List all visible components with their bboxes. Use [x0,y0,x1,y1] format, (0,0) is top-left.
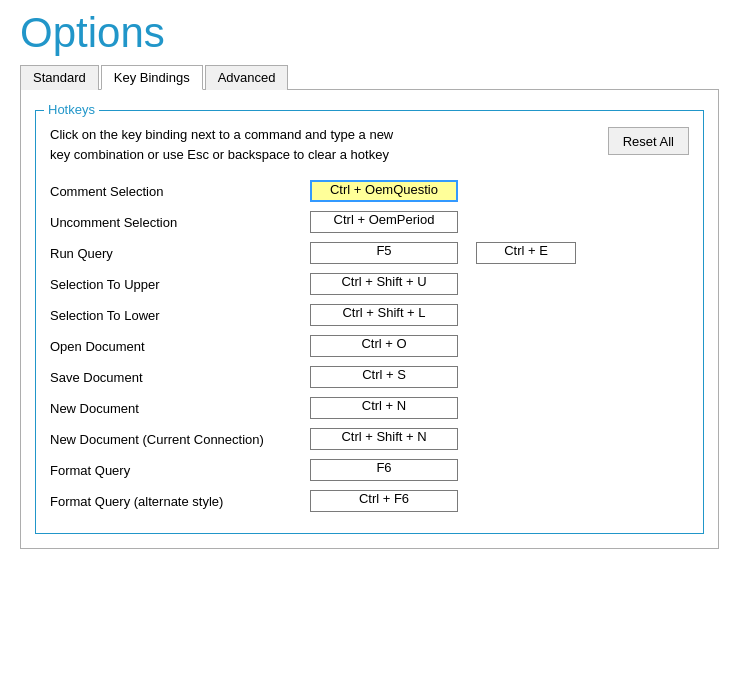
key-cell-open-document: Ctrl + O [310,335,470,357]
command-label-save-document: Save Document [50,370,310,385]
keybinding-row-save-document: Save DocumentCtrl + S [50,364,689,390]
keybinding-row-run-query: Run QueryF5Ctrl + E [50,240,689,266]
keybinding-list: Comment SelectionCtrl + OemQuestioUncomm… [50,178,689,514]
key-input-new-document[interactable]: Ctrl + N [310,397,458,419]
key-cell-selection-to-lower: Ctrl + Shift + L [310,304,470,326]
key-input-open-document[interactable]: Ctrl + O [310,335,458,357]
keybinding-row-new-document: New DocumentCtrl + N [50,395,689,421]
keybinding-row-new-document-current: New Document (Current Connection)Ctrl + … [50,426,689,452]
command-label-comment-selection: Comment Selection [50,184,310,199]
keybinding-row-format-query: Format QueryF6 [50,457,689,483]
keybinding-row-selection-to-upper: Selection To UpperCtrl + Shift + U [50,271,689,297]
command-label-new-document-current: New Document (Current Connection) [50,432,310,447]
command-label-uncomment-selection: Uncomment Selection [50,215,310,230]
key-input-format-query[interactable]: F6 [310,459,458,481]
keybinding-row-selection-to-lower: Selection To LowerCtrl + Shift + L [50,302,689,328]
tab-advanced[interactable]: Advanced [205,65,289,90]
hotkeys-description: Click on the key binding next to a comma… [50,125,393,164]
reset-all-button[interactable]: Reset All [608,127,689,155]
page-title: Options [20,10,719,56]
key-input-comment-selection[interactable]: Ctrl + OemQuestio [310,180,458,202]
key-input-format-query-alt[interactable]: Ctrl + F6 [310,490,458,512]
hotkeys-desc-line1: Click on the key binding next to a comma… [50,127,393,142]
key-input-alt-run-query[interactable]: Ctrl + E [476,242,576,264]
keybinding-row-comment-selection: Comment SelectionCtrl + OemQuestio [50,178,689,204]
command-label-new-document: New Document [50,401,310,416]
tab-key-bindings[interactable]: Key Bindings [101,65,203,90]
command-label-run-query: Run Query [50,246,310,261]
key-cell-new-document: Ctrl + N [310,397,470,419]
key-input-run-query[interactable]: F5 [310,242,458,264]
key-input-new-document-current[interactable]: Ctrl + Shift + N [310,428,458,450]
hotkeys-group-label: Hotkeys [44,102,99,117]
command-label-selection-to-upper: Selection To Upper [50,277,310,292]
keybinding-row-format-query-alt: Format Query (alternate style)Ctrl + F6 [50,488,689,514]
hotkeys-header-row: Click on the key binding next to a comma… [50,125,689,164]
tab-standard[interactable]: Standard [20,65,99,90]
command-label-format-query: Format Query [50,463,310,478]
keybinding-row-uncomment-selection: Uncomment SelectionCtrl + OemPeriod [50,209,689,235]
hotkeys-group: Hotkeys Click on the key binding next to… [35,110,704,534]
key-cell-run-query: F5 [310,242,470,264]
tabs-bar: Standard Key Bindings Advanced [20,64,719,90]
hotkeys-desc-line2: key combination or use Esc or backspace … [50,147,389,162]
key-cell-uncomment-selection: Ctrl + OemPeriod [310,211,470,233]
key-cell-new-document-current: Ctrl + Shift + N [310,428,470,450]
options-page: Options Standard Key Bindings Advanced H… [0,0,739,569]
key-cell-save-document: Ctrl + S [310,366,470,388]
key-cell-selection-to-upper: Ctrl + Shift + U [310,273,470,295]
command-label-format-query-alt: Format Query (alternate style) [50,494,310,509]
key-input-uncomment-selection[interactable]: Ctrl + OemPeriod [310,211,458,233]
command-label-selection-to-lower: Selection To Lower [50,308,310,323]
key-cell-format-query: F6 [310,459,470,481]
keybinding-row-open-document: Open DocumentCtrl + O [50,333,689,359]
key-input-selection-to-lower[interactable]: Ctrl + Shift + L [310,304,458,326]
key-input-save-document[interactable]: Ctrl + S [310,366,458,388]
command-label-open-document: Open Document [50,339,310,354]
key-input-selection-to-upper[interactable]: Ctrl + Shift + U [310,273,458,295]
key-cell-format-query-alt: Ctrl + F6 [310,490,470,512]
tab-content: Hotkeys Click on the key binding next to… [20,90,719,549]
key-cell-comment-selection: Ctrl + OemQuestio [310,180,470,202]
